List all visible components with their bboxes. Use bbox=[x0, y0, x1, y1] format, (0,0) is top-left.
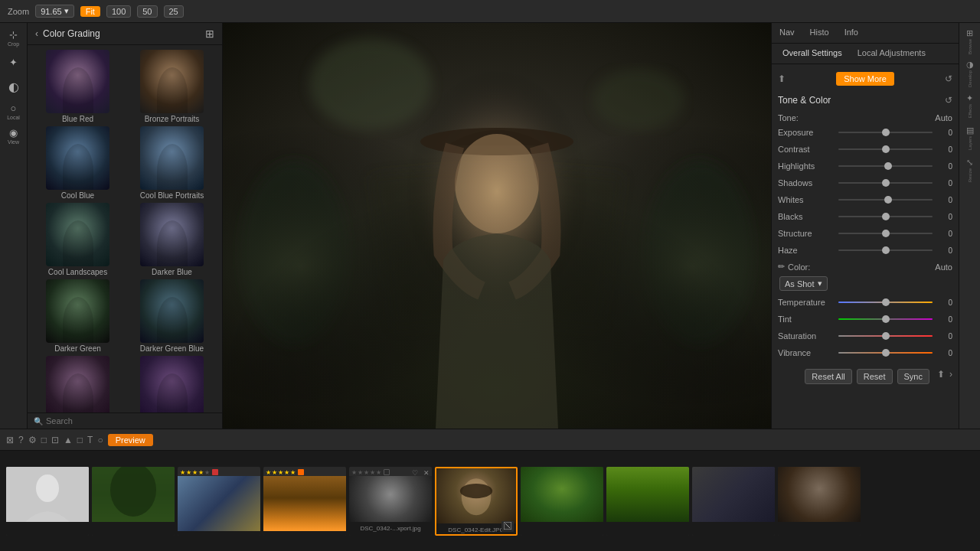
browse-icon: ⊞ bbox=[966, 28, 973, 38]
filmstrip-toolbar: ⊠ ? ⚙ □ ⊡ ▲ □ T ○ Preview bbox=[0, 429, 980, 451]
saturation-slider[interactable] bbox=[838, 331, 933, 341]
whites-slider[interactable] bbox=[838, 194, 933, 205]
shadows-slider[interactable] bbox=[838, 178, 933, 188]
filmstrip-T-icon[interactable]: T bbox=[87, 435, 93, 445]
preset-bronze-portraits[interactable]: Bronze Portraits bbox=[126, 50, 217, 123]
presets-title: Color Grading bbox=[43, 28, 100, 39]
film-item-8[interactable] bbox=[606, 467, 689, 536]
haze-slider[interactable] bbox=[838, 245, 933, 256]
preset-cool-blue[interactable]: Cool Blue bbox=[32, 126, 123, 200]
zoom-value-display[interactable]: 91.65 ▾ bbox=[35, 5, 74, 18]
tool-heal[interactable]: ✦ bbox=[2, 51, 25, 73]
film-item-3[interactable]: ★ ★ ★ ★ ★ bbox=[178, 467, 260, 536]
film-heart-5[interactable]: ♡ bbox=[412, 469, 418, 477]
film-item-7[interactable] bbox=[521, 467, 603, 536]
preset-thumb-cool-blue bbox=[46, 126, 109, 190]
film-item-9[interactable] bbox=[692, 467, 775, 536]
film-item-2[interactable] bbox=[92, 467, 175, 536]
upload-icon[interactable]: ⬆ bbox=[778, 73, 786, 84]
share-icon[interactable]: ⬆ bbox=[937, 369, 945, 384]
zoom-50-button[interactable]: 50 bbox=[137, 5, 157, 18]
exposure-slider[interactable] bbox=[838, 127, 933, 138]
filmstrip-icon-3[interactable]: ⚙ bbox=[28, 435, 37, 445]
far-right-browse[interactable]: ⊞ Browse bbox=[961, 26, 979, 57]
highlights-slider[interactable] bbox=[838, 161, 933, 171]
contrast-value: 0 bbox=[936, 145, 952, 154]
tool-view[interactable]: ◉ View bbox=[2, 124, 25, 147]
film-item-6[interactable]: DSC_0342-Edit.JPG bbox=[435, 467, 518, 536]
reset-all-button[interactable]: Reset All bbox=[805, 369, 851, 384]
preset-10[interactable] bbox=[126, 356, 217, 412]
photo-svg bbox=[223, 23, 771, 429]
main-photo bbox=[223, 23, 771, 429]
far-right-resize[interactable]: ⤡ Resize bbox=[961, 155, 979, 185]
tab-nav[interactable]: Nav bbox=[772, 23, 802, 43]
far-right-layers[interactable]: ▤ Layers bbox=[961, 122, 979, 153]
layers-label: Layers bbox=[968, 136, 972, 150]
reset-button[interactable]: Reset bbox=[857, 369, 893, 384]
preset-blue-red[interactable]: Blue Red bbox=[32, 50, 123, 123]
svg-point-10 bbox=[455, 134, 539, 233]
show-more-button[interactable]: Show More bbox=[836, 72, 894, 86]
fit-button[interactable]: Fit bbox=[80, 6, 100, 17]
contrast-label: Contrast bbox=[778, 145, 835, 154]
preset-cool-blue-portraits[interactable]: Cool Blue Portraits bbox=[126, 126, 217, 200]
film-close-5[interactable]: ✕ bbox=[423, 469, 430, 477]
reset-icon[interactable]: ↺ bbox=[945, 73, 952, 84]
preset-9[interactable] bbox=[32, 356, 123, 412]
far-right-effects[interactable]: ✦ Effects bbox=[961, 90, 979, 121]
film-item-1[interactable] bbox=[6, 467, 89, 536]
color-auto[interactable]: Auto bbox=[935, 262, 952, 272]
filmstrip-icon-1[interactable]: ⊠ bbox=[6, 435, 14, 445]
tone-color-reset-icon[interactable]: ↺ bbox=[945, 95, 952, 106]
tool-develop[interactable]: ◐ bbox=[2, 75, 25, 98]
temperature-slider[interactable] bbox=[838, 297, 933, 308]
preset-cool-landscapes[interactable]: Cool Landscapes bbox=[32, 203, 123, 276]
preset-label-darker-green-blue: Darker Green Blue bbox=[140, 344, 204, 353]
blacks-value: 0 bbox=[936, 213, 952, 221]
more-icon[interactable]: › bbox=[949, 369, 952, 384]
tint-slider[interactable] bbox=[838, 314, 933, 324]
vibrance-slider[interactable] bbox=[838, 347, 933, 358]
tool-crop[interactable]: ⊹ Crop bbox=[2, 26, 25, 49]
sync-button[interactable]: Sync bbox=[897, 369, 929, 384]
tone-auto[interactable]: Auto bbox=[935, 113, 952, 122]
film-item-10[interactable] bbox=[778, 467, 861, 536]
filmstrip-rect-icon[interactable]: □ bbox=[77, 435, 83, 445]
tone-color-section-header: Tone & Color ↺ bbox=[778, 92, 952, 109]
presets-back-button[interactable]: ‹ bbox=[35, 28, 38, 39]
preview-button[interactable]: Preview bbox=[108, 434, 153, 446]
tab-info[interactable]: Info bbox=[837, 23, 866, 43]
vibrance-label: Vibrance bbox=[778, 348, 835, 357]
structure-slider[interactable] bbox=[838, 228, 933, 239]
tab-overall-settings[interactable]: Overall Settings bbox=[775, 44, 850, 64]
preset-darker-green-blue[interactable]: Darker Green Blue bbox=[126, 279, 217, 353]
preset-thumb-darker-green-blue bbox=[140, 279, 204, 343]
search-input[interactable] bbox=[46, 416, 216, 425]
temperature-value: 0 bbox=[936, 298, 952, 307]
highlights-value: 0 bbox=[936, 162, 952, 171]
tab-local-adjustments[interactable]: Local Adjustments bbox=[850, 44, 933, 64]
filmstrip-circle-icon[interactable]: ○ bbox=[97, 435, 103, 445]
presets-row-4: Darker Green Darker Green Blue bbox=[32, 279, 217, 353]
film-item-4[interactable]: ★ ★ ★ ★ ★ bbox=[263, 467, 346, 536]
tool-local[interactable]: ○ Local bbox=[2, 99, 25, 122]
preset-darker-green[interactable]: Darker Green bbox=[32, 279, 123, 353]
film-info-9 bbox=[692, 522, 775, 536]
zoom-100-button[interactable]: 100 bbox=[106, 5, 131, 18]
film-badge-3 bbox=[212, 469, 218, 475]
preset-thumb-blue-red bbox=[46, 50, 109, 113]
presets-grid-icon[interactable]: ⊞ bbox=[205, 28, 214, 40]
zoom-25-button[interactable]: 25 bbox=[164, 5, 184, 18]
filmstrip-icon-4[interactable]: □ bbox=[41, 435, 47, 445]
film-item-5[interactable]: ★ ★ ★ ★ ★ ♡ ✕ DSC_0342-...xport.jpg bbox=[349, 467, 432, 536]
contrast-slider[interactable] bbox=[838, 144, 933, 155]
filmstrip-rotate-icon[interactable]: ▲ bbox=[64, 435, 73, 445]
preset-darker-blue[interactable]: Darker Blue bbox=[126, 203, 217, 276]
blacks-slider[interactable] bbox=[838, 211, 933, 222]
tab-histo[interactable]: Histo bbox=[802, 23, 837, 43]
filmstrip-icon-5[interactable]: ⊡ bbox=[51, 435, 59, 445]
as-shot-dropdown[interactable]: As Shot ▾ bbox=[779, 276, 828, 291]
filmstrip-icon-2[interactable]: ? bbox=[18, 435, 24, 445]
far-right-develop[interactable]: ◑ Develop bbox=[961, 58, 979, 89]
